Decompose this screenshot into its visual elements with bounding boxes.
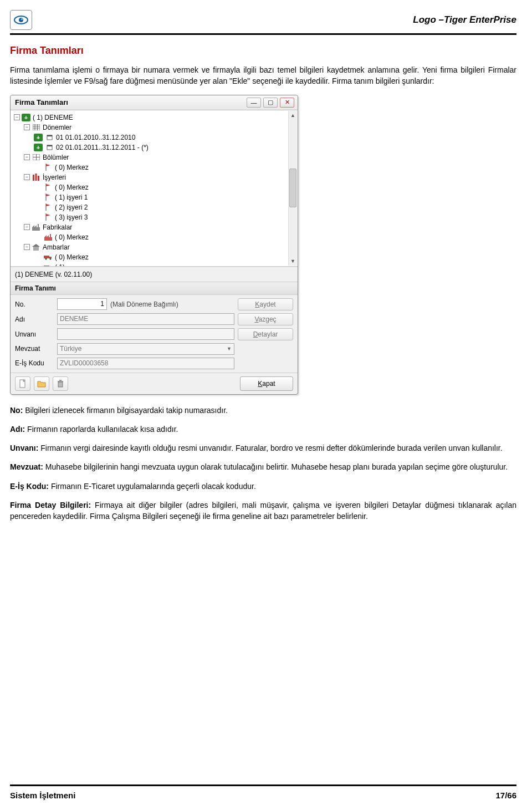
svg-rect-16 [33,175,34,181]
tree-label: İşyerleri [43,174,66,181]
svg-marker-24 [32,225,34,227]
intro-paragraph: Firma tanımlama işlemi o firmaya bir num… [10,64,516,87]
def-detay: Firma Detay Bilgileri: Firmaya ait diğer… [10,500,516,522]
label-mevzuat: Mevzuat [15,345,54,353]
delete-button[interactable] [53,376,68,391]
tree-item[interactable]: ( 1) işyeri 1 [12,192,296,202]
scroll-up-icon[interactable]: ▲ [289,111,297,120]
tree-label: Dönemler [43,124,71,131]
tree-item[interactable]: ( 0) Merkez [12,182,296,192]
svg-rect-30 [50,234,51,237]
flag-icon [44,193,53,201]
tree-label: Bölümler [43,154,69,161]
product-name: Logo –Tiger EnterPrise [413,14,516,26]
svg-marker-28 [44,235,47,237]
vazgec-button[interactable]: Vazgeç [238,313,293,325]
label-eis: E-İş Kodu [15,359,54,367]
label-unvani: Unvanı [15,330,54,338]
footer-left: Sistem İşletmeni [10,791,75,800]
tree-node-donemler[interactable]: − Dönemler [12,123,296,133]
firm-tree[interactable]: ▲ ▼ −+ ( 1) DENEME − Dönemler + 01 01.01… [11,110,298,267]
firma-tanimlari-window: Firma Tanımları — ▢ ✕ ▲ ▼ −+ ( 1) DENEME… [10,95,298,395]
scroll-thumb[interactable] [289,169,296,207]
tree-root[interactable]: −+ ( 1) DENEME [12,113,296,123]
tree-item[interactable]: + 01 01.01.2010..31.12.2010 [12,133,296,142]
open-button[interactable] [34,376,49,391]
scrollbar[interactable]: ▲ ▼ [288,111,297,266]
svg-rect-11 [47,145,52,146]
tree-label: ( 0) Merkez [55,233,89,241]
factory-icon [32,223,40,231]
def-unvani: Unvanı: Firmanın vergi dairesinde kayıtl… [10,442,516,454]
flag-icon [44,203,53,211]
tree-item[interactable]: ( 0) Merkez [12,162,296,172]
page-header: Logo –Tiger EnterPrise [10,10,516,35]
tree-item[interactable]: ( 3) işyeri 3 [12,212,296,222]
input-no[interactable]: 1 [57,298,107,310]
page-footer: Sistem İşletmeni 17/66 [10,784,516,800]
window-controls: — ▢ ✕ [247,98,294,108]
tree-item[interactable]: ( 1) [12,262,296,267]
svg-rect-27 [44,237,52,241]
plus-icon: + [34,134,43,141]
tree-label: ( 3) işyeri 3 [55,213,88,221]
tree-item[interactable]: ( 0) Merkez [12,252,296,262]
truck-icon [44,263,53,267]
tree-label: ( 1) işyeri 1 [55,193,88,201]
svg-rect-3 [33,124,40,130]
input-eis[interactable]: ZVLID00003658 [57,358,234,369]
def-adi: Adı: Firmanın raporlarda kullanılacak kı… [10,424,516,435]
def-mevzuat: Mevzuat: Muhasebe bilgilerinin hangi mev… [10,461,516,472]
flag-icon [44,213,53,221]
select-mevzuat[interactable]: Türkiye ▼ [57,343,234,355]
tree-item[interactable]: ( 0) Merkez [12,232,296,242]
input-unvani[interactable] [57,328,234,340]
bottom-bar: Kapat [11,373,298,394]
tree-label: ( 2) işyeri 2 [55,203,88,211]
def-no: No: Bilgileri izlenecek firmanın bilgisa… [10,405,516,416]
tree-label: Fabrikalar [43,223,72,231]
def-eis: E-İş Kodu: Firmanın E-Ticaret uygulamala… [10,481,516,492]
new-button[interactable] [15,376,30,391]
tree-label: ( 0) Merkez [55,253,89,261]
minimize-button[interactable]: — [247,98,261,108]
svg-rect-45 [59,380,62,381]
tree-item[interactable]: ( 2) işyeri 2 [12,202,296,212]
tree-label: ( 1) DENEME [33,114,73,121]
svg-rect-18 [38,176,39,181]
kapat-button[interactable]: Kapat [240,376,293,391]
svg-rect-37 [44,266,49,267]
scroll-down-icon[interactable]: ▼ [289,257,297,266]
svg-point-35 [45,258,47,259]
plus-icon: + [22,114,30,121]
close-button[interactable]: ✕ [280,98,294,108]
tree-label: Ambarlar [43,243,70,251]
logo [10,10,32,30]
select-value: Türkiye [60,345,81,353]
tree-label: ( 0) Merkez [55,164,89,171]
svg-rect-43 [58,382,63,387]
tree-node-fabrikalar[interactable]: − Fabrikalar [12,222,296,232]
tree-node-isyerleri[interactable]: − İşyerleri [12,172,296,182]
grid-icon [32,124,40,131]
document-icon [18,379,27,388]
window-title: Firma Tanımları [15,98,68,106]
tree-node-ambarlar[interactable]: − Ambarlar [12,242,296,252]
factory-icon [44,233,53,241]
folder-icon [37,379,46,388]
tree-node-bolumler[interactable]: − Bölümler [12,152,296,162]
form-section-title: Firma Tanımı [11,282,298,295]
truck-icon [44,253,53,261]
no-hint: (Mali Döneme Bağımlı) [110,300,178,308]
svg-rect-23 [32,227,40,231]
trash-icon [56,379,65,388]
kaydet-button[interactable]: Kaydet [238,298,293,310]
eye-icon [13,14,29,26]
input-adi[interactable]: DENEME [57,313,234,325]
tree-label: 02 01.01.2011..31.12.2011 - (*) [56,144,149,151]
svg-marker-25 [34,225,37,227]
tree-item[interactable]: + 02 01.01.2011..31.12.2011 - (*) [12,142,296,152]
detaylar-button[interactable]: Detaylar [238,328,293,340]
flag-icon [44,184,53,191]
maximize-button[interactable]: ▢ [263,98,278,108]
